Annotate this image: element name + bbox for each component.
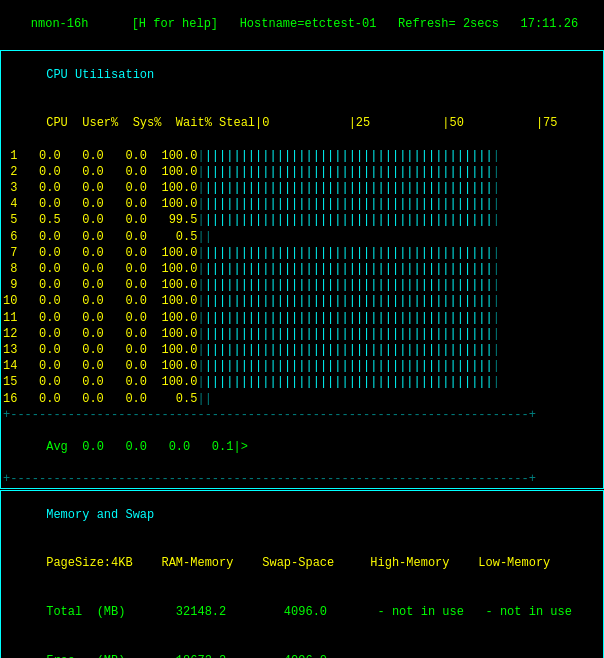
cpu-row: 12 0.0 0.0 0.0 100.0||||||||||||||||||||… <box>1 326 603 342</box>
cpu-col-header: CPU User% Sys% Wait% Steal|0 |25 |50 |75… <box>1 99 603 148</box>
mem-row1: PageSize:4KB RAM-Memory Swap-Space High-… <box>1 539 603 588</box>
cpu-dashes: +---------------------------------------… <box>1 407 603 423</box>
mem-row3: Free (MB) 18672.2 4096.0 <box>1 636 603 658</box>
cpu-row: 11 0.0 0.0 0.0 100.0||||||||||||||||||||… <box>1 310 603 326</box>
cpu-row: 9 0.0 0.0 0.0 100.0|||||||||||||||||||||… <box>1 277 603 293</box>
memory-title: Memory and Swap <box>1 491 603 540</box>
cpu-row: 2 0.0 0.0 0.0 100.0|||||||||||||||||||||… <box>1 164 603 180</box>
cpu-rows: 1 0.0 0.0 0.0 100.0|||||||||||||||||||||… <box>1 148 603 407</box>
cpu-row: 6 0.0 0.0 0.0 0.5|| <box>1 229 603 245</box>
cpu-row: 15 0.0 0.0 0.0 100.0||||||||||||||||||||… <box>1 374 603 390</box>
cpu-dashes-bottom: +---------------------------------------… <box>1 471 603 487</box>
mem-row2: Total (MB) 32148.2 4096.0 - not in use -… <box>1 588 603 637</box>
cpu-row: 10 0.0 0.0 0.0 100.0||||||||||||||||||||… <box>1 293 603 309</box>
cpu-row: 5 0.5 0.0 0.0 99.5||||||||||||||||||||||… <box>1 212 603 228</box>
cpu-avg: Avg 0.0 0.0 0.0 0.1|> <box>1 423 603 472</box>
cpu-row: 7 0.0 0.0 0.0 100.0|||||||||||||||||||||… <box>1 245 603 261</box>
cpu-section-title: CPU Utilisation <box>1 51 603 100</box>
cpu-row: 13 0.0 0.0 0.0 100.0||||||||||||||||||||… <box>1 342 603 358</box>
cpu-row: 1 0.0 0.0 0.0 100.0|||||||||||||||||||||… <box>1 148 603 164</box>
memory-section: Memory and Swap PageSize:4KB RAM-Memory … <box>0 490 604 658</box>
cpu-row: 3 0.0 0.0 0.0 100.0|||||||||||||||||||||… <box>1 180 603 196</box>
cpu-row: 4 0.0 0.0 0.0 100.0|||||||||||||||||||||… <box>1 196 603 212</box>
terminal: nmon-16h [H for help] Hostname=etctest-0… <box>0 0 604 658</box>
cpu-row: 16 0.0 0.0 0.0 0.5|| <box>1 391 603 407</box>
header-text: nmon-16h [H for help] Hostname=etctest-0… <box>31 17 578 31</box>
cpu-row: 14 0.0 0.0 0.0 100.0||||||||||||||||||||… <box>1 358 603 374</box>
cpu-section: CPU Utilisation CPU User% Sys% Wait% Ste… <box>0 50 604 489</box>
header-bar: nmon-16h [H for help] Hostname=etctest-0… <box>0 0 604 49</box>
cpu-row: 8 0.0 0.0 0.0 100.0|||||||||||||||||||||… <box>1 261 603 277</box>
